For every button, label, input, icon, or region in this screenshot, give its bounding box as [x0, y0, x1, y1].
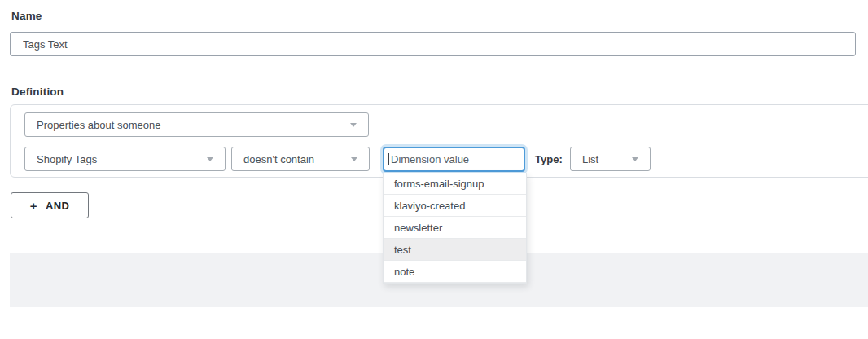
segment-editor-page: Name Definition Properties about someone…	[0, 0, 868, 339]
suggestion-item[interactable]: newsletter	[384, 217, 526, 239]
dimension-select[interactable]: Shopify Tags	[24, 147, 226, 171]
operator-select-value: doesn't contain	[243, 153, 314, 165]
value-suggestions-dropdown: forms-email-signup klaviyo-created newsl…	[383, 173, 527, 284]
and-button-label: AND	[46, 200, 69, 212]
text-caret	[388, 153, 389, 165]
condition-category-select[interactable]: Properties about someone	[24, 112, 369, 137]
type-select-value: List	[582, 153, 598, 165]
dimension-value-field	[383, 147, 525, 172]
condition-category-value: Properties about someone	[37, 119, 160, 131]
dimension-select-value: Shopify Tags	[37, 153, 97, 165]
suggestion-item[interactable]: note	[384, 261, 526, 283]
type-select[interactable]: List	[570, 147, 651, 171]
operator-select[interactable]: doesn't contain	[231, 147, 370, 171]
chevron-down-icon	[632, 157, 638, 161]
suggestion-item-highlighted[interactable]: test	[384, 239, 526, 261]
definition-section-label: Definition	[11, 86, 64, 98]
chevron-down-icon	[207, 157, 213, 161]
add-and-condition-button[interactable]: + AND	[11, 192, 89, 218]
plus-icon: +	[30, 200, 37, 212]
chevron-down-icon	[351, 157, 357, 161]
suggestion-item[interactable]: forms-email-signup	[384, 173, 526, 195]
chevron-down-icon	[350, 123, 357, 127]
dimension-value-input[interactable]	[383, 147, 525, 172]
name-input[interactable]	[10, 32, 856, 56]
suggestion-item[interactable]: klaviyo-created	[384, 195, 526, 217]
name-field-label: Name	[11, 10, 42, 22]
type-label: Type:	[535, 147, 563, 171]
